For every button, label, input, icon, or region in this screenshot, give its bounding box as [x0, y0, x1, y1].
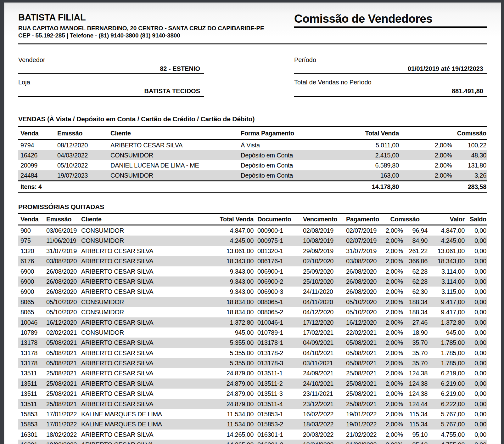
cell-valor: 6.219,00	[428, 389, 465, 399]
promissorias-row: 1004616/12/2020ARIBERTO CESAR SILVA1.372…	[18, 317, 487, 327]
cell-emissao: 08/12/2020	[56, 140, 110, 150]
cell-emissao: 17/01/2022	[45, 419, 80, 429]
cell-documento: 006900-1	[254, 266, 300, 276]
cell-pct: 2,00%	[382, 430, 403, 440]
cell-valor: 18.343,00	[428, 256, 465, 266]
vendas-items-count: Itens: 4	[18, 181, 327, 192]
cell-vencimento: 18/03/2022	[300, 419, 343, 429]
cell-emissao: 31/07/2019	[45, 246, 80, 256]
cell-saldo: 0,00	[465, 379, 487, 389]
cell-valor: 3.115,00	[428, 287, 465, 297]
promissorias-table-body: 90003/06/2019CONSUMIDOR4.847,00000900-10…	[18, 225, 487, 444]
cell-saldo: 0,00	[465, 368, 487, 378]
report-header: BATISTA FILIAL RUA CAPITAO MANOEL BERNAR…	[18, 12, 487, 39]
cell-valor: 6.222,00	[428, 399, 465, 409]
cell-pct: 2,00%	[382, 236, 403, 246]
promissorias-row: 1317805/08/2021ARIBERTO CESAR SILVA5.355…	[18, 348, 487, 358]
cell-vencimento: 16/02/2022	[300, 409, 343, 419]
cell-valor: 9.417,00	[428, 307, 465, 317]
cell-saldo: 0,00	[465, 256, 487, 266]
cell-documento: 008065-1	[254, 297, 300, 307]
cell-comissao: 62,28	[403, 276, 428, 287]
cell-vencimento: 03/11/2021	[300, 358, 343, 368]
cell-saldo: 0,00	[465, 440, 487, 444]
cell-cliente: ARIBERTO CESAR SILVA	[80, 358, 178, 368]
cell-emissao: 18/02/2022	[45, 440, 80, 444]
promissorias-row: 690026/08/2020ARIBERTO CESAR SILVA9.343,…	[18, 287, 487, 297]
cell-emissao: 02/02/2021	[45, 327, 80, 338]
cell-comissao: 188,34	[403, 307, 428, 317]
cell-cliente: KALINE MARQUES DE LIMA	[80, 409, 178, 419]
cell-pagamento: 25/08/2021	[343, 399, 382, 409]
promissorias-table-header: Venda Emissão Cliente Total Venda Docume…	[18, 214, 487, 225]
cell-total: 9.343,00	[178, 276, 254, 287]
col-comissao: Comissão	[382, 214, 428, 225]
cell-vencimento: 04/10/2021	[300, 348, 343, 358]
col-emissao: Emissão	[56, 127, 110, 139]
cell-emissao: 05/08/2021	[45, 348, 80, 358]
cell-vencimento: 25/09/2020	[300, 266, 343, 276]
cell-venda: 10789	[18, 327, 45, 338]
col-emissao: Emissão	[45, 214, 80, 225]
vendas-section-title: VENDAS (À Vista / Depósito em Conta / Ca…	[18, 115, 487, 123]
cell-venda: 1320	[18, 246, 45, 256]
cell-documento: 013511-4	[254, 399, 300, 409]
cell-documento: 013511-1	[254, 368, 300, 378]
cell-pct: 2,00%	[382, 440, 403, 444]
cell-pagamento: 05/08/2021	[343, 348, 382, 358]
cell-valor: 3.114,00	[428, 276, 465, 287]
cell-venda: 10046	[18, 317, 45, 327]
company-address-line1: RUA CAPITAO MANOEL BERNARDINO, 20 CENTRO…	[18, 25, 289, 32]
cell-forma: À Vista	[241, 140, 327, 150]
cell-cliente: ARIBERTO CESAR SILVA	[80, 246, 178, 256]
cell-cliente: ARIBERTO CESAR SILVA	[80, 379, 178, 389]
col-cliente: Cliente	[110, 127, 241, 139]
cell-venda: 6900	[18, 276, 45, 287]
cell-vencimento: 04/11/2020	[300, 297, 343, 307]
cell-pagamento: 25/08/2021	[343, 379, 382, 389]
cell-total: 5.355,00	[178, 358, 254, 368]
cell-pagamento: 26/08/2020	[343, 276, 382, 287]
cell-pagamento: 05/10/2020	[343, 297, 382, 307]
cell-vencimento: 17/12/2020	[300, 317, 343, 327]
cell-pct: 2,00%	[382, 399, 403, 409]
col-documento: Documento	[254, 214, 300, 225]
cell-comissao: 124,38	[403, 379, 428, 389]
cell-venda: 13511	[18, 379, 45, 389]
vendas-table-header: Venda Emissão Cliente Forma Pagamento To…	[18, 127, 487, 140]
cell-pct: 2,00%	[382, 297, 403, 307]
cell-pct: 2,00%	[382, 225, 403, 236]
cell-documento: 013178-3	[254, 358, 300, 368]
cell-emissao: 25/08/2021	[45, 368, 80, 378]
cell-venda: 900	[18, 225, 45, 236]
cell-comissao: 115,34	[403, 409, 428, 419]
promissorias-row: 90003/06/2019CONSUMIDOR4.847,00000900-10…	[18, 225, 487, 236]
page-title: Comissão de Vendedores	[294, 12, 487, 28]
cell-cliente: ARIBERTO CESAR SILVA	[110, 140, 241, 150]
cell-pct: 2,00%	[399, 160, 452, 170]
cell-saldo: 0,00	[465, 409, 487, 419]
cell-venda: 20099	[18, 160, 56, 170]
cell-comissao: 131,80	[452, 160, 487, 170]
cell-pct: 2,00%	[382, 389, 403, 399]
periodo-value: 01/01/2019 até 19/12/2023	[294, 64, 487, 73]
col-valor: Valor	[428, 214, 465, 225]
col-forma: Forma Pagamento	[241, 127, 327, 139]
vendas-row: 979408/12/2020ARIBERTO CESAR SILVAÀ Vist…	[18, 140, 487, 150]
total-vendas-field: Total de Vendas no Período 881.491,80	[294, 78, 487, 97]
cell-documento: 013511-2	[254, 379, 300, 389]
cell-comissao: 18,90	[403, 327, 428, 338]
cell-pct: 2,00%	[382, 409, 403, 419]
cell-venda: 16301	[18, 440, 45, 444]
cell-total: 945,00	[178, 327, 254, 338]
cell-vencimento: 10/08/2019	[300, 236, 343, 246]
promissorias-row: 1078902/02/2021CONSUMIDOR945,00010789-11…	[18, 327, 487, 338]
total-vendas-label: Total de Vendas no Período	[294, 78, 487, 86]
cell-cliente: CONSUMIDOR	[110, 170, 241, 180]
cell-valor: 5.767,00	[428, 419, 465, 429]
cell-valor: 1.785,00	[428, 348, 465, 358]
cell-pct: 2,00%	[399, 170, 452, 180]
cell-venda: 16426	[18, 150, 56, 160]
cell-saldo: 0,00	[465, 236, 487, 246]
cell-cliente: ARIBERTO CESAR SILVA	[80, 317, 178, 327]
